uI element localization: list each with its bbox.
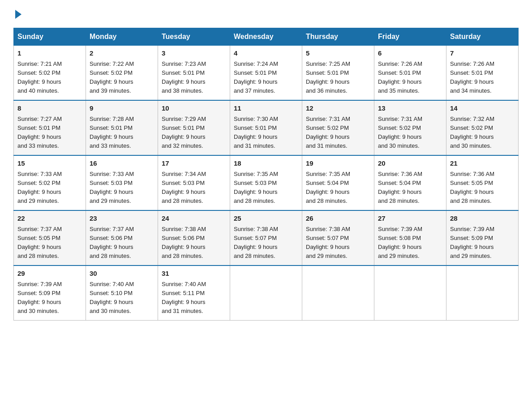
logo-arrow-icon bbox=[15, 10, 21, 19]
day-number: 23 bbox=[90, 214, 154, 224]
calendar-cell: 27 Sunrise: 7:39 AM Sunset: 5:08 PM Dayl… bbox=[374, 210, 446, 265]
day-info: Sunrise: 7:27 AM Sunset: 5:01 PM Dayligh… bbox=[17, 116, 62, 149]
day-number: 9 bbox=[90, 103, 154, 114]
calendar-week-row: 29 Sunrise: 7:39 AM Sunset: 5:09 PM Dayl… bbox=[14, 265, 519, 321]
calendar-week-row: 22 Sunrise: 7:37 AM Sunset: 5:05 PM Dayl… bbox=[14, 210, 519, 265]
day-number: 26 bbox=[306, 214, 370, 224]
page-header bbox=[13, 9, 519, 19]
day-number: 22 bbox=[17, 214, 82, 224]
col-header-sunday: Sunday bbox=[14, 28, 86, 46]
calendar-cell: 21 Sunrise: 7:36 AM Sunset: 5:05 PM Dayl… bbox=[446, 155, 519, 210]
calendar-cell: 8 Sunrise: 7:27 AM Sunset: 5:01 PM Dayli… bbox=[14, 100, 86, 155]
calendar-cell: 19 Sunrise: 7:35 AM Sunset: 5:04 PM Dayl… bbox=[302, 155, 374, 210]
day-info: Sunrise: 7:35 AM Sunset: 5:04 PM Dayligh… bbox=[306, 171, 350, 204]
day-info: Sunrise: 7:32 AM Sunset: 5:02 PM Dayligh… bbox=[450, 116, 494, 149]
calendar-cell: 15 Sunrise: 7:33 AM Sunset: 5:02 PM Dayl… bbox=[14, 155, 86, 210]
calendar-cell: 23 Sunrise: 7:37 AM Sunset: 5:06 PM Dayl… bbox=[86, 210, 158, 265]
day-info: Sunrise: 7:35 AM Sunset: 5:03 PM Dayligh… bbox=[234, 171, 278, 204]
col-header-tuesday: Tuesday bbox=[158, 28, 230, 46]
day-number: 18 bbox=[234, 158, 298, 169]
calendar-cell: 31 Sunrise: 7:40 AM Sunset: 5:11 PM Dayl… bbox=[158, 265, 230, 321]
day-number: 4 bbox=[234, 48, 298, 59]
day-info: Sunrise: 7:28 AM Sunset: 5:01 PM Dayligh… bbox=[90, 116, 134, 149]
day-number: 3 bbox=[162, 48, 226, 59]
day-info: Sunrise: 7:24 AM Sunset: 5:01 PM Dayligh… bbox=[234, 60, 278, 94]
day-number: 31 bbox=[162, 269, 226, 279]
calendar-cell: 17 Sunrise: 7:34 AM Sunset: 5:03 PM Dayl… bbox=[158, 155, 230, 210]
day-number: 1 bbox=[17, 48, 82, 59]
calendar-cell: 12 Sunrise: 7:31 AM Sunset: 5:02 PM Dayl… bbox=[302, 100, 374, 155]
calendar-cell: 28 Sunrise: 7:39 AM Sunset: 5:09 PM Dayl… bbox=[446, 210, 519, 265]
calendar-cell: 22 Sunrise: 7:37 AM Sunset: 5:05 PM Dayl… bbox=[14, 210, 86, 265]
day-info: Sunrise: 7:33 AM Sunset: 5:03 PM Dayligh… bbox=[90, 171, 134, 204]
day-number: 13 bbox=[378, 103, 442, 114]
day-info: Sunrise: 7:37 AM Sunset: 5:05 PM Dayligh… bbox=[17, 226, 62, 259]
calendar-week-row: 1 Sunrise: 7:21 AM Sunset: 5:02 PM Dayli… bbox=[14, 46, 519, 101]
calendar-cell: 11 Sunrise: 7:30 AM Sunset: 5:01 PM Dayl… bbox=[230, 100, 302, 155]
day-number: 29 bbox=[17, 269, 82, 279]
day-number: 15 bbox=[17, 158, 82, 169]
calendar-cell: 18 Sunrise: 7:35 AM Sunset: 5:03 PM Dayl… bbox=[230, 155, 302, 210]
day-info: Sunrise: 7:39 AM Sunset: 5:09 PM Dayligh… bbox=[17, 281, 62, 314]
calendar-week-row: 8 Sunrise: 7:27 AM Sunset: 5:01 PM Dayli… bbox=[14, 100, 519, 155]
day-number: 14 bbox=[450, 103, 515, 114]
calendar-cell: 13 Sunrise: 7:31 AM Sunset: 5:02 PM Dayl… bbox=[374, 100, 446, 155]
col-header-monday: Monday bbox=[86, 28, 158, 46]
calendar-cell bbox=[302, 265, 374, 321]
calendar-cell bbox=[374, 265, 446, 321]
day-number: 8 bbox=[17, 103, 82, 114]
day-info: Sunrise: 7:21 AM Sunset: 5:02 PM Dayligh… bbox=[17, 60, 62, 94]
col-header-thursday: Thursday bbox=[302, 28, 374, 46]
calendar-week-row: 15 Sunrise: 7:33 AM Sunset: 5:02 PM Dayl… bbox=[14, 155, 519, 210]
day-info: Sunrise: 7:29 AM Sunset: 5:01 PM Dayligh… bbox=[162, 116, 206, 149]
calendar-cell: 20 Sunrise: 7:36 AM Sunset: 5:04 PM Dayl… bbox=[374, 155, 446, 210]
col-header-friday: Friday bbox=[374, 28, 446, 46]
calendar-header-row: SundayMondayTuesdayWednesdayThursdayFrid… bbox=[14, 28, 519, 46]
calendar-cell: 25 Sunrise: 7:38 AM Sunset: 5:07 PM Dayl… bbox=[230, 210, 302, 265]
day-info: Sunrise: 7:39 AM Sunset: 5:09 PM Dayligh… bbox=[450, 226, 494, 259]
day-number: 30 bbox=[90, 269, 154, 279]
calendar-cell: 4 Sunrise: 7:24 AM Sunset: 5:01 PM Dayli… bbox=[230, 46, 302, 101]
calendar-table: SundayMondayTuesdayWednesdayThursdayFrid… bbox=[13, 28, 519, 321]
day-info: Sunrise: 7:31 AM Sunset: 5:02 PM Dayligh… bbox=[378, 116, 422, 149]
day-number: 17 bbox=[162, 158, 226, 169]
day-info: Sunrise: 7:38 AM Sunset: 5:06 PM Dayligh… bbox=[162, 226, 206, 259]
day-info: Sunrise: 7:22 AM Sunset: 5:02 PM Dayligh… bbox=[90, 60, 134, 94]
day-number: 10 bbox=[162, 103, 226, 114]
day-info: Sunrise: 7:36 AM Sunset: 5:05 PM Dayligh… bbox=[450, 171, 494, 204]
day-number: 16 bbox=[90, 158, 154, 169]
day-number: 24 bbox=[162, 214, 226, 224]
calendar-cell: 16 Sunrise: 7:33 AM Sunset: 5:03 PM Dayl… bbox=[86, 155, 158, 210]
calendar-cell: 29 Sunrise: 7:39 AM Sunset: 5:09 PM Dayl… bbox=[14, 265, 86, 321]
logo bbox=[13, 9, 21, 19]
day-number: 2 bbox=[90, 48, 154, 59]
calendar-cell: 7 Sunrise: 7:26 AM Sunset: 5:01 PM Dayli… bbox=[446, 46, 519, 101]
day-info: Sunrise: 7:36 AM Sunset: 5:04 PM Dayligh… bbox=[378, 171, 422, 204]
day-info: Sunrise: 7:38 AM Sunset: 5:07 PM Dayligh… bbox=[234, 226, 278, 259]
day-number: 5 bbox=[306, 48, 370, 59]
calendar-cell: 26 Sunrise: 7:38 AM Sunset: 5:07 PM Dayl… bbox=[302, 210, 374, 265]
day-info: Sunrise: 7:33 AM Sunset: 5:02 PM Dayligh… bbox=[17, 171, 62, 204]
day-info: Sunrise: 7:25 AM Sunset: 5:01 PM Dayligh… bbox=[306, 60, 350, 94]
calendar-cell: 10 Sunrise: 7:29 AM Sunset: 5:01 PM Dayl… bbox=[158, 100, 230, 155]
day-number: 25 bbox=[234, 214, 298, 224]
day-number: 19 bbox=[306, 158, 370, 169]
day-number: 6 bbox=[378, 48, 442, 59]
day-info: Sunrise: 7:34 AM Sunset: 5:03 PM Dayligh… bbox=[162, 171, 206, 204]
calendar-cell: 3 Sunrise: 7:23 AM Sunset: 5:01 PM Dayli… bbox=[158, 46, 230, 101]
col-header-wednesday: Wednesday bbox=[230, 28, 302, 46]
calendar-cell: 2 Sunrise: 7:22 AM Sunset: 5:02 PM Dayli… bbox=[86, 46, 158, 101]
day-info: Sunrise: 7:40 AM Sunset: 5:11 PM Dayligh… bbox=[162, 281, 206, 314]
day-info: Sunrise: 7:38 AM Sunset: 5:07 PM Dayligh… bbox=[306, 226, 350, 259]
day-number: 27 bbox=[378, 214, 442, 224]
calendar-cell: 24 Sunrise: 7:38 AM Sunset: 5:06 PM Dayl… bbox=[158, 210, 230, 265]
calendar-cell: 1 Sunrise: 7:21 AM Sunset: 5:02 PM Dayli… bbox=[14, 46, 86, 101]
col-header-saturday: Saturday bbox=[446, 28, 519, 46]
day-info: Sunrise: 7:39 AM Sunset: 5:08 PM Dayligh… bbox=[378, 226, 422, 259]
calendar-cell: 6 Sunrise: 7:26 AM Sunset: 5:01 PM Dayli… bbox=[374, 46, 446, 101]
day-number: 11 bbox=[234, 103, 298, 114]
calendar-cell: 5 Sunrise: 7:25 AM Sunset: 5:01 PM Dayli… bbox=[302, 46, 374, 101]
day-info: Sunrise: 7:30 AM Sunset: 5:01 PM Dayligh… bbox=[234, 116, 278, 149]
day-number: 21 bbox=[450, 158, 515, 169]
day-number: 28 bbox=[450, 214, 515, 224]
